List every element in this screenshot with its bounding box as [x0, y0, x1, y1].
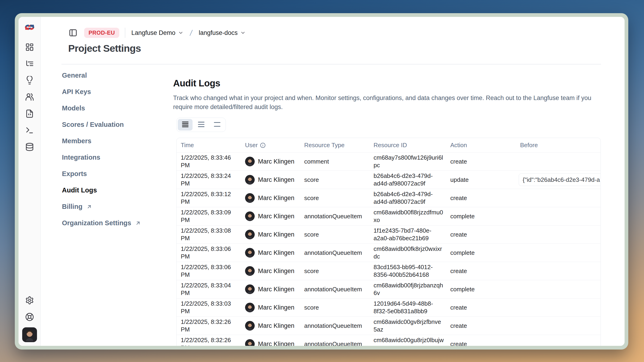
cell-before: {"id":"b26ab4c6-d2e3-479d-a — [516, 172, 601, 187]
audit-log-row: 1/22/2025, 8:33:03 PMMarc Klingenscore12… — [176, 298, 600, 317]
user-avatar — [245, 230, 255, 239]
row-height-large-button[interactable] — [210, 119, 224, 130]
cell-resource-id: b26ab4c6-d2e3-479d-ad4d-af980072ac9f — [370, 171, 446, 189]
column-header-user: User — [241, 140, 300, 150]
database-icon[interactable] — [25, 143, 34, 151]
user-name: Marc Klingen — [258, 286, 294, 293]
settings-nav-item-integrations[interactable]: Integrations — [62, 149, 161, 166]
audit-logs-description: Track who changed what in your project a… — [173, 94, 594, 112]
column-header-before: Before — [516, 140, 600, 150]
support-lifebuoy-icon[interactable] — [25, 313, 34, 321]
langfuse-logo-icon[interactable] — [24, 22, 35, 32]
terminal-icon[interactable] — [25, 126, 34, 135]
column-header-resource-type: Resource Type — [300, 140, 370, 150]
environment-badge: PROD-EU — [84, 28, 119, 38]
nav-item-label: Billing — [62, 203, 82, 210]
settings-nav-item-scores-evaluation[interactable]: Scores / Evaluation — [62, 116, 161, 133]
row-height-medium-button[interactable] — [194, 119, 208, 130]
top-bar: PROD-EU Langfuse Demo langfuse-docs — [68, 28, 246, 38]
before-json-preview[interactable]: {"id":"b26ab4c6-d2e3-479d-a — [519, 173, 601, 186]
cell-resource-type: comment — [300, 156, 370, 167]
organization-name: Langfuse Demo — [131, 29, 176, 36]
chevron-down-icon — [240, 30, 246, 35]
nav-item-label: Organization Settings — [62, 219, 131, 227]
settings-nav-item-billing[interactable]: Billing — [62, 198, 161, 215]
user-name: Marc Klingen — [258, 267, 294, 275]
breadcrumb-project[interactable]: langfuse-docs — [199, 29, 246, 36]
settings-nav-item-members[interactable]: Members — [62, 133, 161, 149]
user-name: Marc Klingen — [258, 249, 294, 257]
settings-gear-icon[interactable] — [25, 296, 34, 305]
settings-nav-item-models[interactable]: Models — [62, 100, 161, 116]
user-avatar — [245, 321, 255, 331]
row-height-small-button[interactable] — [178, 119, 192, 130]
cell-action: create — [446, 229, 516, 240]
sidebar-toggle-icon[interactable] — [68, 28, 78, 37]
cell-time: 1/22/2025, 8:32:26 PM — [176, 317, 241, 335]
row-height-toggle — [176, 118, 226, 132]
column-header-resource-id: Resource ID — [370, 140, 446, 150]
chevron-down-icon — [178, 30, 184, 35]
info-icon[interactable] — [260, 142, 266, 148]
user-name: Marc Klingen — [258, 304, 294, 311]
header-divider — [62, 64, 601, 64]
user-avatar[interactable] — [22, 327, 37, 342]
breadcrumb-organization[interactable]: Langfuse Demo — [131, 29, 184, 36]
settings-nav-item-api-keys[interactable]: API Keys — [62, 84, 161, 100]
user-avatar — [245, 266, 255, 276]
project-name: langfuse-docs — [199, 29, 238, 36]
cell-user: Marc Klingen — [241, 247, 300, 259]
settings-nav-item-exports[interactable]: Exports — [62, 166, 161, 182]
cell-resource-id: 1f1e2435-7bd7-480e-a2a0-ab76bec21b69 — [370, 226, 446, 244]
cell-resource-id: cm68awidc00gu8rjz0lbujwpe — [370, 335, 446, 346]
cell-before — [516, 197, 600, 199]
nav-item-label: Integrations — [62, 154, 100, 161]
cell-resource-type: score — [300, 175, 370, 185]
nav-item-label: General — [62, 72, 87, 79]
cell-user: Marc Klingen — [241, 301, 300, 314]
trace-tree-icon[interactable] — [25, 59, 34, 68]
cell-before — [516, 270, 600, 272]
column-header-label: Before — [520, 141, 538, 149]
langfuse-app: PROD-EU Langfuse Demo langfuse-docs — [18, 17, 624, 346]
content-area: PROD-EU Langfuse Demo langfuse-docs — [41, 17, 624, 346]
cell-resource-type: score — [300, 193, 370, 203]
lightbulb-icon[interactable] — [25, 76, 34, 85]
column-header-label: Action — [450, 141, 467, 149]
cell-user: Marc Klingen — [241, 265, 300, 277]
cell-before — [516, 324, 600, 327]
users-icon[interactable] — [25, 93, 34, 101]
settings-nav-item-audit-logs[interactable]: Audit Logs — [62, 182, 161, 198]
cell-resource-id: 12019d64-5d49-48b8-8f32-5e0b831a8bb9 — [370, 299, 446, 317]
column-header-time: Time — [176, 140, 241, 150]
cell-resource-type: annotationQueueItem — [300, 339, 370, 346]
user-avatar — [245, 157, 255, 166]
external-link-icon — [135, 220, 141, 226]
cell-resource-id: cm68awidb00fk8rjz0wxixrdc — [370, 244, 446, 262]
cell-resource-type: score — [300, 302, 370, 313]
rows-small-icon — [182, 121, 188, 128]
cell-resource-type: score — [300, 266, 370, 276]
settings-nav-item-general[interactable]: General — [62, 67, 161, 84]
cell-resource-type: annotationQueueItem — [300, 211, 370, 222]
dashboard-grid-icon[interactable] — [25, 43, 34, 51]
cell-time: 1/22/2025, 8:33:06 PM — [176, 244, 241, 262]
cell-user: Marc Klingen — [241, 320, 300, 332]
audit-log-row: 1/22/2025, 8:33:12 PMMarc Klingenscoreb2… — [176, 189, 600, 207]
cell-user: Marc Klingen — [241, 338, 300, 346]
breadcrumb-slash-icon — [188, 29, 194, 36]
settings-nav: GeneralAPI KeysModelsScores / Evaluation… — [62, 67, 161, 231]
cell-time: 1/22/2025, 8:33:03 PM — [176, 299, 241, 317]
cell-resource-id: b26ab4c6-d2e3-479d-ad4d-af980072ac9f — [370, 189, 446, 207]
column-header-label: Time — [181, 141, 194, 149]
user-name: Marc Klingen — [258, 176, 294, 184]
column-header-label: User — [245, 141, 258, 149]
cell-resource-id: cm68awidb00fl8rjzzdfmu0xo — [370, 207, 446, 225]
user-name: Marc Klingen — [258, 158, 294, 165]
nav-item-label: Members — [62, 137, 91, 145]
cell-before — [516, 306, 600, 309]
cell-resource-id: 83cd1563-bb95-4012-8356-400b52b64168 — [370, 262, 446, 280]
column-header-label: Resource ID — [374, 141, 407, 149]
settings-nav-item-organization-settings[interactable]: Organization Settings — [62, 215, 161, 231]
file-code-icon[interactable] — [25, 109, 34, 118]
